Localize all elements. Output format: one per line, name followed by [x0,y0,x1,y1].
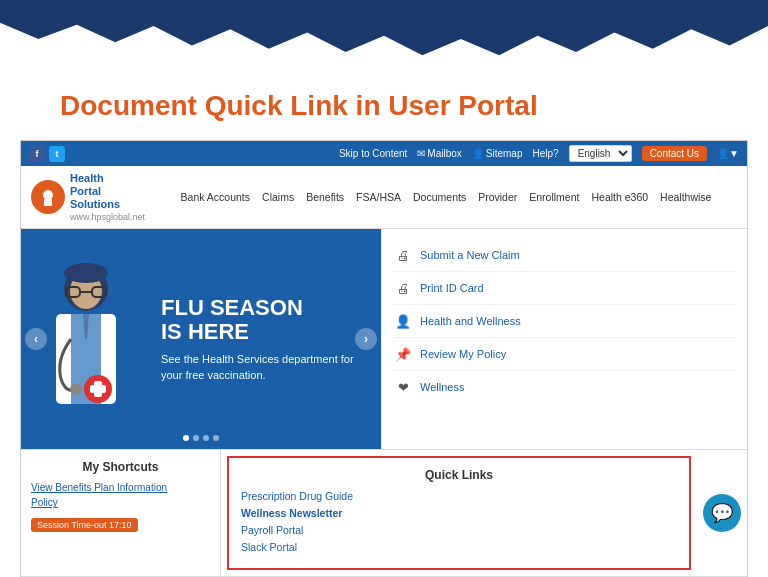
wellness-icon: ❤ [394,378,412,396]
carousel-dot-1[interactable] [183,435,189,441]
carousel-heading: FLU SEASON IS HERE [161,296,361,344]
title-area: Document Quick Link in User Portal [0,0,768,140]
social-icons: f t [29,146,65,162]
hero-carousel: ‹ [21,229,381,449]
page-wrapper: Document Quick Link in User Portal f t S… [0,0,768,577]
user-icon[interactable]: 👤▼ [717,148,739,159]
review-policy-icon: 📌 [394,345,412,363]
doctor-svg [36,259,136,449]
sidebar-submit-claim[interactable]: 🖨 Submit a New Claim [394,239,735,272]
nav-benefits[interactable]: Benefits [306,191,344,203]
svg-point-7 [64,263,108,283]
nav-enrollment[interactable]: Enrollment [529,191,579,203]
quicklink-prescription[interactable]: Prescription Drug Guide [241,490,677,502]
sitemap-icon: 👤 [472,148,484,159]
nav-healthwise[interactable]: Healthwise [660,191,711,203]
svg-point-0 [43,190,53,200]
carousel-dots [183,435,219,441]
logo-svg [38,187,58,207]
quick-sidebar: 🖨 Submit a New Claim 🖨 Print ID Card 👤 H… [381,229,747,449]
shortcuts-title: My Shortcuts [31,460,210,474]
mailbox-icon: ✉ [417,148,425,159]
sidebar-health-wellness[interactable]: 👤 Health and Wellness [394,305,735,338]
nav-fsa-hsa[interactable]: FSA/HSA [356,191,401,203]
shortcut-benefits-link[interactable]: View Benefits Plan Information [31,482,210,493]
print-id-icon: 🖨 [394,279,412,297]
quicklink-slack[interactable]: Slack Portal [241,541,677,553]
sidebar-print-id[interactable]: 🖨 Print ID Card [394,272,735,305]
chat-icon-symbol: 💬 [711,502,733,524]
carousel-figure [31,249,141,449]
help-link[interactable]: Help? [532,148,558,159]
session-timeout-badge: Session Time-out 17:10 [31,518,138,532]
carousel-next-button[interactable]: › [355,328,377,350]
svg-rect-1 [44,199,52,206]
quicklink-payroll[interactable]: Payroll Portal [241,524,677,536]
sitemap-link[interactable]: 👤 Sitemap [472,148,523,159]
nav-provider[interactable]: Provider [478,191,517,203]
main-navigation: Bank Accounts Claims Benefits FSA/HSA Do… [155,191,737,203]
mailbox-link[interactable]: ✉ Mailbox [417,148,461,159]
main-header: Health Portal Solutions www.hpsglobal.ne… [21,166,747,229]
sidebar-wellness[interactable]: ❤ Wellness [394,371,735,403]
carousel-text: FLU SEASON IS HERE See the Health Servic… [161,296,361,383]
twitter-icon[interactable]: t [49,146,65,162]
carousel-dot-2[interactable] [193,435,199,441]
quicklink-wellness-newsletter[interactable]: Wellness Newsletter [241,507,677,519]
bottom-area: My Shortcuts View Benefits Plan Informat… [21,449,747,576]
sidebar-review-policy[interactable]: 📌 Review My Policy [394,338,735,371]
content-area: ‹ [21,229,747,449]
language-select[interactable]: English [569,145,632,162]
shortcuts-panel: My Shortcuts View Benefits Plan Informat… [21,450,221,576]
nav-bank-accounts[interactable]: Bank Accounts [181,191,250,203]
carousel-dot-4[interactable] [213,435,219,441]
skip-content-link[interactable]: Skip to Content [339,148,407,159]
logo-icon [31,180,65,214]
svg-rect-13 [90,385,106,393]
nav-documents[interactable]: Documents [413,191,466,203]
carousel-inner: FLU SEASON IS HERE See the Health Servic… [21,229,381,449]
quicklinks-title: Quick Links [241,468,677,482]
contact-us-button[interactable]: Contact Us [642,146,707,161]
carousel-dot-3[interactable] [203,435,209,441]
nav-health-e360[interactable]: Health e360 [591,191,648,203]
portal-frame: f t Skip to Content ✉ Mailbox 👤 Sitemap … [20,140,748,577]
nav-claims[interactable]: Claims [262,191,294,203]
logo-area: Health Portal Solutions www.hpsglobal.ne… [31,172,145,222]
facebook-icon[interactable]: f [29,146,45,162]
logo-text: Health Portal Solutions www.hpsglobal.ne… [70,172,145,222]
svg-point-10 [70,383,82,395]
top-nav-links: Skip to Content ✉ Mailbox 👤 Sitemap Help… [339,145,739,162]
health-wellness-icon: 👤 [394,312,412,330]
chat-button[interactable]: 💬 [703,494,741,532]
shortcut-policy-link[interactable]: Policy [31,497,210,508]
quicklinks-panel: Quick Links Prescription Drug Guide Well… [227,456,691,570]
submit-claim-icon: 🖨 [394,246,412,264]
top-nav-bar: f t Skip to Content ✉ Mailbox 👤 Sitemap … [21,141,747,166]
carousel-body: See the Health Services department for y… [161,352,361,383]
chat-bubble-area: 💬 [697,450,747,576]
slide-title: Document Quick Link in User Portal [30,72,738,132]
